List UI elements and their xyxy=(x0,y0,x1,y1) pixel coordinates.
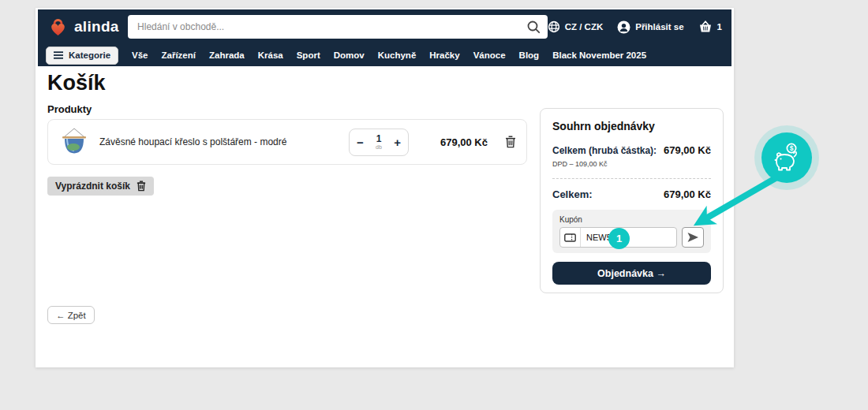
cart-button[interactable]: 1 xyxy=(698,20,722,33)
cart-count: 1 xyxy=(717,22,722,32)
subtotal-row: Celkem (hrubá částka): 679,00 Kč xyxy=(552,144,711,156)
product-image xyxy=(58,126,90,158)
nav-item-vse[interactable]: Vše xyxy=(132,50,148,60)
nav-item-blog[interactable]: Blog xyxy=(519,50,540,60)
summary-title: Souhrn objednávky xyxy=(552,120,711,132)
search-bar xyxy=(128,15,548,39)
total-value: 679,00 Kč xyxy=(664,188,711,200)
subtotal-label: Celkem (hrubá částka): xyxy=(552,145,657,156)
header-actions: CZ / CZK Přihlásit se xyxy=(548,20,722,34)
quantity-value: 1 xyxy=(376,134,382,144)
total-row: Celkem: 679,00 Kč xyxy=(552,188,711,200)
piggy-bank-icon: $ xyxy=(761,132,812,183)
annotation-step-badge: 1 xyxy=(608,228,630,249)
trash-icon xyxy=(137,181,146,192)
page-card: alinda xyxy=(36,8,734,367)
search-icon[interactable] xyxy=(526,20,541,37)
quantity-unit: db xyxy=(376,144,382,150)
logo-text: alinda xyxy=(74,18,119,35)
cart-item-row: Závěsné houpací křeslo s polštářem - mod… xyxy=(47,119,527,165)
nav-item-sport[interactable]: Sport xyxy=(297,50,320,60)
basket-icon xyxy=(698,20,713,33)
nav-bar: Kategorie Vše Zařízení Zahrada Krása Spo… xyxy=(38,44,731,66)
ticket-icon xyxy=(560,228,581,247)
heart-bag-logo-icon xyxy=(47,17,69,38)
checkout-button[interactable]: Objednávka → xyxy=(552,262,711,285)
quantity-stepper: − 1 db + xyxy=(349,129,409,156)
remove-item-button[interactable] xyxy=(505,136,516,148)
nav-item-vanoce[interactable]: Vánoce xyxy=(473,50,506,60)
nav-item-hracky[interactable]: Hračky xyxy=(429,50,459,60)
total-label: Celkem: xyxy=(552,188,593,200)
shipping-note: DPD – 109,00 Kč xyxy=(552,160,711,168)
login-button[interactable]: Přihlásit se xyxy=(617,20,683,34)
send-arrow-icon xyxy=(687,232,699,243)
coupon-section: Kupón xyxy=(552,210,711,253)
search-input[interactable] xyxy=(128,15,548,39)
product-name[interactable]: Závěsné houpací křeslo s polštářem - mod… xyxy=(99,136,339,147)
empty-cart-button[interactable]: Vyprázdnit košík xyxy=(47,177,154,196)
quantity-decrease-button[interactable]: − xyxy=(357,136,364,148)
products-section-label: Produkty xyxy=(47,103,92,115)
order-summary-panel: Souhrn objednávky Celkem (hrubá částka):… xyxy=(540,108,724,293)
coupon-input-row xyxy=(559,227,704,248)
header-top-row: alinda xyxy=(38,9,731,44)
nav-item-domov[interactable]: Domov xyxy=(334,50,365,60)
summary-divider xyxy=(552,178,711,179)
product-price: 679,00 Kč xyxy=(418,136,488,148)
back-button[interactable]: ← Zpět xyxy=(47,306,95,324)
trash-icon xyxy=(505,136,516,148)
page-title: Košík xyxy=(47,71,106,95)
user-icon xyxy=(617,20,630,34)
logo[interactable]: alinda xyxy=(47,17,128,38)
hamburger-icon xyxy=(54,51,63,59)
quantity-display: 1 db xyxy=(376,134,382,150)
header: alinda xyxy=(38,9,731,66)
nav-item-zahrada[interactable]: Zahrada xyxy=(209,50,245,60)
locale-label: CZ / CZK xyxy=(565,22,604,32)
nav-item-zarizeni[interactable]: Zařízení xyxy=(162,50,196,60)
apply-coupon-button[interactable] xyxy=(682,227,704,248)
categories-button[interactable]: Kategorie xyxy=(46,47,118,65)
locale-switcher[interactable]: CZ / CZK xyxy=(548,20,604,33)
subtotal-value: 679,00 Kč xyxy=(664,144,711,156)
svg-text:$: $ xyxy=(790,144,794,152)
globe-icon xyxy=(548,20,560,33)
login-label: Přihlásit se xyxy=(635,22,683,32)
coupon-label: Kupón xyxy=(559,215,704,224)
quantity-increase-button[interactable]: + xyxy=(394,136,401,148)
nav-item-krasa[interactable]: Krása xyxy=(258,50,283,60)
nav-item-kuchyne[interactable]: Kuchyně xyxy=(378,50,417,60)
nav-item-black-november[interactable]: Black November 2025 xyxy=(552,50,646,60)
categories-label: Kategorie xyxy=(69,50,110,60)
empty-cart-label: Vyprázdnit košík xyxy=(55,181,130,192)
